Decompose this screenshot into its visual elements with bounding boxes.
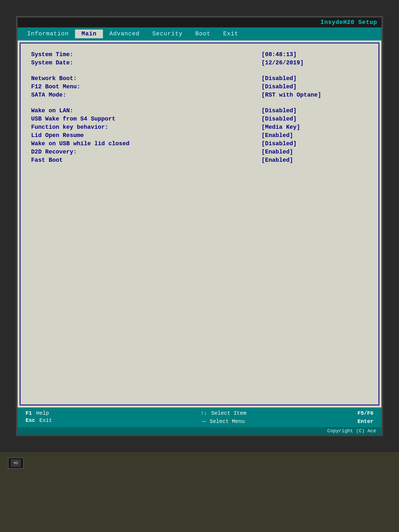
value-lid-open-resume[interactable]: [Enabled]: [261, 132, 368, 139]
value-system-time[interactable]: [08:48:13]: [261, 51, 368, 58]
copyright-bar: Copyright (C) Ace: [18, 427, 381, 435]
settings-group-time-date: System Time: [08:48:13] System Date: [12…: [31, 51, 368, 68]
nav-bar: Information Main Advanced Security Boot …: [18, 27, 381, 40]
label-lid-open-resume: Lid Open Resume: [31, 132, 164, 139]
status-esc-row: Esc Exit: [26, 417, 89, 423]
settings-row-wake-on-lan: Wake on LAN: [Disabled]: [31, 107, 368, 114]
status-left: F1 Help Esc Exit: [18, 408, 97, 427]
value-fast-boot[interactable]: [Enabled]: [261, 157, 368, 164]
main-content: System Time: [08:48:13] System Date: [12…: [20, 43, 379, 405]
nav-item-main[interactable]: Main: [75, 30, 103, 38]
label-usb-wake-s4: USB Wake from S4 Support: [31, 116, 164, 122]
label-sata-mode: SATA Mode:: [31, 92, 164, 98]
desc-select-menu: Select Menu: [210, 418, 245, 425]
value-network-boot[interactable]: [Disabled]: [261, 75, 368, 82]
laptop-base: HD: [0, 452, 399, 532]
label-function-key: Function key behavior:: [31, 124, 164, 131]
settings-row-system-date: System Date: [12/26/2019]: [31, 60, 368, 66]
status-right: F5/F6 Enter: [350, 408, 381, 427]
brand-bar: InsydeH20 Setup: [18, 18, 381, 27]
arrow-leftright: ↔: [202, 418, 205, 425]
desc-exit: Exit: [39, 417, 52, 423]
nav-item-exit[interactable]: Exit: [217, 30, 245, 38]
settings-row-fast-boot: Fast Boot [Enabled]: [31, 157, 368, 164]
copyright-text: Copyright (C) Ace: [327, 428, 376, 434]
key-f1[interactable]: F1: [26, 410, 32, 416]
settings-row-function-key: Function key behavior: [Media Key]: [31, 124, 368, 131]
label-d2d-recovery: D2D Recovery:: [31, 149, 164, 155]
value-sata-mode[interactable]: [RST with Optane]: [261, 92, 368, 98]
key-esc[interactable]: Esc: [26, 417, 35, 423]
settings-row-lid-open-resume: Lid Open Resume [Enabled]: [31, 132, 368, 139]
taskbar-btn-1: HD: [11, 460, 20, 467]
value-f12-boot-menu[interactable]: [Disabled]: [261, 84, 368, 90]
settings-row-f12-boot-menu: F12 Boot Menu: [Disabled]: [31, 84, 368, 90]
status-nav-leftright: ↔ Select Menu: [202, 418, 245, 425]
key-f5f6[interactable]: F5/F6: [358, 410, 373, 416]
settings-row-system-time: System Time: [08:48:13]: [31, 51, 368, 58]
value-wake-usb-lid[interactable]: [Disabled]: [261, 140, 368, 147]
nav-item-security[interactable]: Security: [146, 30, 189, 38]
label-wake-usb-lid: Wake on USB while lid closed: [31, 140, 164, 147]
status-f1-row: F1 Help: [26, 410, 89, 416]
settings-group-network-sata: Network Boot: [Disabled] F12 Boot Menu: …: [31, 75, 368, 100]
label-wake-on-lan: Wake on LAN:: [31, 107, 164, 114]
nav-item-information[interactable]: Information: [21, 30, 75, 38]
desc-help: Help: [36, 410, 49, 416]
settings-table: System Time: [08:48:13] System Date: [12…: [31, 51, 368, 173]
key-enter[interactable]: Enter: [358, 418, 373, 425]
status-center: ↑↓ Select Item ↔ Select Menu: [97, 408, 350, 427]
nav-item-advanced[interactable]: Advanced: [103, 30, 146, 38]
label-system-date: System Date:: [31, 60, 164, 66]
label-f12-boot-menu: F12 Boot Menu:: [31, 84, 164, 90]
arrow-updown: ↑↓: [201, 410, 207, 416]
desc-select-item: Select Item: [211, 410, 246, 416]
screen-outer: InsydeH20 Setup Information Main Advance…: [0, 0, 399, 452]
brand-label: InsydeH20 Setup: [321, 19, 377, 26]
label-fast-boot: Fast Boot: [31, 157, 164, 164]
nav-item-boot[interactable]: Boot: [189, 30, 217, 38]
value-usb-wake-s4[interactable]: [Disabled]: [261, 116, 368, 122]
settings-row-d2d-recovery: D2D Recovery: [Enabled]: [31, 149, 368, 155]
settings-row-sata-mode: SATA Mode: [RST with Optane]: [31, 92, 368, 98]
value-d2d-recovery[interactable]: [Enabled]: [261, 149, 368, 155]
status-nav-updown: ↑↓ Select Item: [201, 410, 246, 416]
settings-row-wake-usb-lid: Wake on USB while lid closed [Disabled]: [31, 140, 368, 147]
status-bar: F1 Help Esc Exit ↑↓ Select Item ↔ Select…: [18, 408, 381, 427]
label-system-time: System Time:: [31, 51, 164, 58]
label-network-boot: Network Boot:: [31, 75, 164, 82]
settings-group-wake-power: Wake on LAN: [Disabled] USB Wake from S4…: [31, 107, 368, 165]
value-function-key[interactable]: [Media Key]: [261, 124, 368, 131]
taskbar-area: HD: [8, 458, 24, 469]
settings-row-network-boot: Network Boot: [Disabled]: [31, 75, 368, 82]
value-wake-on-lan[interactable]: [Disabled]: [261, 107, 368, 114]
value-system-date[interactable]: [12/26/2019]: [261, 60, 368, 66]
settings-row-usb-wake-s4: USB Wake from S4 Support [Disabled]: [31, 116, 368, 122]
screen-inner: InsydeH20 Setup Information Main Advance…: [16, 16, 383, 436]
